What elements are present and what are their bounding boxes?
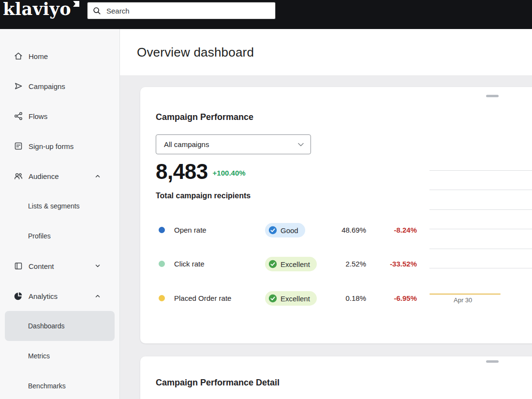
page-header: Overview dashboard (120, 29, 532, 76)
metric-name: Click rate (174, 260, 205, 268)
series-dot (159, 227, 165, 233)
total-recipients-change: +100.40% (213, 169, 246, 177)
sidebar: Home Campaigns Flows Sign-up forms (0, 29, 120, 399)
check-circle-icon (268, 260, 277, 268)
gridline (429, 190, 532, 190)
total-recipients-value: 8,483 (156, 160, 208, 184)
content-icon (14, 261, 23, 271)
metric-name: Placed Order rate (174, 294, 231, 302)
sidebar-item-benchmarks[interactable]: Benchmarks (0, 371, 119, 399)
klaviyo-wordmark: klaviyo (3, 0, 71, 19)
gridline (429, 249, 532, 249)
form-icon (14, 141, 23, 151)
status-label: Excellent (281, 295, 310, 303)
sidebar-item-label: Content (29, 262, 54, 270)
metric-change: -33.52% (376, 260, 417, 268)
campaign-performance-card: Campaign Performance All campaigns 8,483… (140, 87, 532, 343)
sidebar-item-flows[interactable]: Flows (0, 101, 119, 131)
sidebar-item-label: Home (29, 52, 48, 60)
klaviyo-logo[interactable]: klaviyo (3, 0, 71, 20)
main-content: Overview dashboard Campaign Performance … (120, 29, 532, 399)
gridline (429, 229, 532, 229)
total-recipients-label: Total campaign recipients (156, 192, 251, 200)
x-axis-label: Apr 30 (454, 296, 488, 304)
sidebar-item-label: Lists & segments (28, 202, 80, 210)
sidebar-item-label: Dashboards (28, 322, 65, 330)
sidebar-item-content[interactable]: Content (0, 251, 119, 281)
chevron-up-icon[interactable] (94, 173, 101, 179)
gridline (429, 268, 532, 268)
search-icon (92, 6, 102, 15)
check-circle-icon (268, 294, 277, 303)
gridline (429, 170, 532, 171)
sidebar-item-label: Benchmarks (28, 382, 66, 390)
metric-change: -6.95% (376, 294, 417, 302)
card-drag-handle[interactable] (486, 360, 499, 363)
check-circle-icon (268, 226, 277, 235)
metric-value: 2.52% (325, 260, 366, 268)
sidebar-item-dashboards[interactable]: Dashboards (5, 311, 115, 341)
sidebar-item-lists-segments[interactable]: Lists & segments (0, 191, 119, 221)
sidebar-item-label: Flows (29, 112, 47, 120)
analytics-pie-icon (14, 291, 23, 301)
page-title: Overview dashboard (137, 45, 254, 60)
campaign-performance-detail-card: Campaign Performance Detail (140, 356, 532, 399)
status-badge: Excellent (265, 257, 317, 271)
sidebar-item-campaigns[interactable]: Campaigns (0, 71, 119, 101)
sidebar-item-metrics[interactable]: Metrics (0, 341, 119, 371)
sidebar-item-label: Metrics (28, 352, 50, 360)
status-badge: Good (265, 223, 305, 237)
klaviyo-flag-icon (73, 1, 79, 7)
sidebar-item-label: Sign-up forms (29, 142, 74, 150)
total-recipients: 8,483 +100.40% (156, 160, 246, 184)
metric-value: 0.18% (325, 294, 366, 302)
sidebar-item-label: Profiles (28, 232, 51, 240)
sidebar-item-label: Campaigns (29, 82, 65, 90)
send-icon (14, 81, 23, 91)
card-title: Campaign Performance (156, 112, 253, 122)
flows-icon (14, 111, 23, 121)
metric-name: Open rate (174, 226, 207, 234)
gridline (429, 209, 532, 210)
metric-row-placed-order-rate: Placed Order rate Excellent 0.18% -6.95% (156, 289, 427, 308)
sidebar-item-home[interactable]: Home (0, 41, 119, 71)
chevron-down-icon (298, 143, 304, 147)
audience-icon (14, 171, 23, 181)
chevron-down-icon[interactable] (94, 263, 101, 269)
metric-row-click-rate: Click rate Excellent 2.52% -33.52% (156, 254, 427, 274)
metric-row-open-rate: Open rate Good 48.69% -8.24% (156, 221, 427, 240)
chevron-up-icon[interactable] (94, 293, 101, 299)
series-line-placed-order-rate (429, 294, 501, 295)
metric-change: -8.24% (376, 226, 417, 234)
dropdown-selected-value: All campaigns (164, 140, 298, 148)
campaign-filter-dropdown[interactable]: All campaigns (156, 134, 311, 154)
topbar: klaviyo (0, 0, 532, 29)
sidebar-item-signup-forms[interactable]: Sign-up forms (0, 131, 119, 161)
sidebar-item-label: Audience (29, 172, 59, 180)
sidebar-item-profiles[interactable]: Profiles (0, 221, 119, 251)
sidebar-item-analytics[interactable]: Analytics (0, 281, 119, 311)
campaign-trend-chart: Apr 30 (429, 87, 532, 343)
series-dot (159, 261, 165, 267)
home-icon (14, 51, 23, 61)
status-badge: Excellent (265, 291, 317, 306)
card-title: Campaign Performance Detail (156, 378, 280, 388)
status-label: Excellent (281, 260, 310, 268)
sidebar-item-audience[interactable]: Audience (0, 161, 119, 191)
metric-value: 48.69% (325, 226, 366, 234)
search-input[interactable] (105, 6, 270, 15)
sidebar-item-label: Analytics (29, 292, 58, 300)
series-dot (159, 295, 165, 301)
status-label: Good (281, 226, 298, 235)
search-bar[interactable] (87, 2, 276, 19)
